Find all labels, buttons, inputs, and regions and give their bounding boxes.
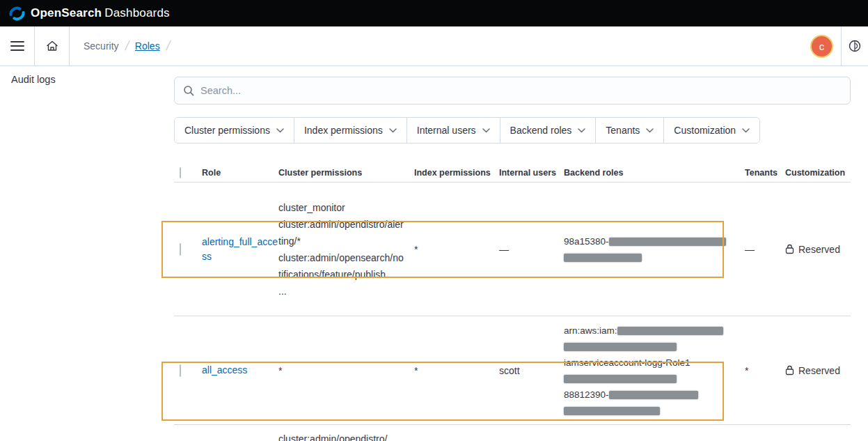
backend-role-text: iamserviceaccount-logg-Role1 [564, 355, 741, 371]
page-body: Audit logs Cluster permissions Index per… [0, 66, 868, 441]
chevron-down-icon [482, 128, 490, 133]
navigation-bar: Security / Roles / c [0, 26, 868, 66]
chevron-down-icon [646, 128, 654, 133]
menu-button[interactable] [0, 26, 34, 65]
redacted-bar [564, 254, 642, 262]
filter-index-permissions[interactable]: Index permissions [294, 118, 407, 143]
appearance-button[interactable] [842, 26, 868, 65]
tenants-cell: — [745, 244, 785, 255]
column-header-customization: Customization [785, 168, 851, 178]
redacted-bar [609, 238, 726, 246]
app-title: OpenSearchDashboards [31, 6, 170, 20]
chevron-down-icon [276, 128, 284, 133]
redacted-bar [609, 391, 698, 399]
breadcrumb: Security / Roles / [84, 38, 170, 54]
cluster-permissions-cell: cluster_monitor cluster:admin/opendistro… [278, 199, 414, 300]
home-button[interactable] [35, 26, 69, 65]
filter-label: Tenants [606, 125, 640, 136]
column-header-backend-roles: Backend roles [564, 168, 745, 178]
search-icon [183, 85, 194, 96]
row-checkbox[interactable] [180, 364, 181, 377]
sidebar-item-audit-logs[interactable]: Audit logs [11, 74, 163, 85]
backend-role-text: 88812390- [564, 389, 609, 400]
column-header-internal-users: Internal users [499, 168, 564, 178]
column-header-role: Role [202, 168, 278, 178]
cluster-permissions-cell: * [278, 362, 414, 379]
redacted-bar [564, 407, 660, 415]
table-row: all_access * * scott arn:aws:iam: iamser… [174, 316, 851, 425]
internal-users-cell: scott [499, 365, 564, 376]
table-row-partial: cluster:admin/opendistro/... [174, 425, 851, 441]
customization-cell: Reserved [785, 244, 851, 255]
role-link-all-access[interactable]: all_access [202, 364, 257, 376]
cluster-permission-item: * [278, 362, 406, 379]
cluster-permission-item: cluster:admin/opensearch/notifications/f… [278, 249, 406, 283]
search-box [174, 77, 851, 105]
filter-label: Internal users [417, 125, 476, 136]
breadcrumb-separator: / [164, 38, 171, 54]
app-header: OpenSearchDashboards [0, 0, 868, 26]
nav-divider [69, 26, 70, 65]
lock-icon [785, 365, 794, 376]
column-header-index-permissions: Index permissions [414, 168, 499, 178]
redacted-bar [617, 327, 723, 335]
index-permissions-cell: * [414, 365, 499, 376]
reserved-label: Reserved [798, 244, 840, 255]
backend-roles-cell: 98a15380- [564, 233, 745, 265]
chevron-down-icon [578, 128, 585, 133]
tenants-cell: * [745, 365, 785, 376]
filter-internal-users[interactable]: Internal users [407, 118, 500, 143]
avatar[interactable]: c [810, 35, 833, 58]
main-content: Cluster permissions Index permissions In… [174, 66, 851, 441]
cluster-permission-item: cluster_monitor [278, 199, 406, 216]
search-input[interactable] [200, 85, 842, 96]
select-all-checkbox[interactable] [180, 167, 181, 178]
filter-cluster-permissions[interactable]: Cluster permissions [175, 118, 294, 143]
filter-label: Customization [674, 125, 736, 136]
redacted-bar [564, 375, 677, 383]
index-permissions-cell: * [414, 244, 499, 255]
customization-cell: Reserved [785, 365, 851, 376]
nav-right-group: c [810, 26, 868, 65]
internal-users-cell: — [499, 244, 564, 255]
roles-table: Role Cluster permissions Index permissio… [174, 163, 851, 441]
cluster-permission-item: ... [278, 283, 406, 300]
column-header-tenants: Tenants [745, 168, 785, 178]
filter-label: Index permissions [304, 125, 383, 136]
sidebar: Audit logs [0, 66, 174, 441]
cluster-permissions-cell: cluster:admin/opendistro/... [278, 425, 414, 441]
filter-label: Cluster permissions [184, 125, 270, 136]
app-title-secondary: Dashboards [104, 6, 170, 20]
breadcrumb-separator: / [123, 38, 130, 54]
role-link-alerting-full-access[interactable]: alerting_full_access [202, 236, 278, 262]
backend-role-text: arn:aws:iam: [564, 325, 617, 336]
app-title-primary: OpenSearch [31, 6, 102, 20]
lock-icon [785, 244, 794, 254]
hamburger-icon [10, 40, 24, 52]
table-header-row: Role Cluster permissions Index permissio… [174, 163, 851, 183]
redacted-bar [564, 343, 677, 351]
breadcrumb-roles[interactable]: Roles [135, 40, 160, 52]
column-header-cluster-permissions: Cluster permissions [278, 168, 414, 178]
filter-group: Cluster permissions Index permissions In… [174, 117, 760, 144]
reserved-label: Reserved [798, 365, 840, 376]
filter-tenants[interactable]: Tenants [596, 118, 664, 143]
appearance-icon [848, 39, 862, 53]
filter-label: Backend roles [510, 125, 572, 136]
backend-roles-cell: arn:aws:iam: iamserviceaccount-logg-Role… [564, 323, 745, 419]
breadcrumb-security[interactable]: Security [84, 40, 119, 52]
table-row: alerting_full_access cluster_monitor clu… [174, 183, 851, 316]
opensearch-logo-icon [9, 6, 25, 22]
filter-backend-roles[interactable]: Backend roles [500, 118, 597, 143]
filter-customization[interactable]: Customization [664, 118, 759, 143]
chevron-down-icon [389, 128, 397, 133]
cluster-permission-item: cluster:admin/opendistro/alerting/* [278, 216, 406, 249]
backend-role-text: 98a15380- [564, 236, 609, 247]
chevron-down-icon [742, 128, 750, 133]
row-checkbox[interactable] [180, 243, 181, 256]
home-icon [46, 40, 58, 52]
